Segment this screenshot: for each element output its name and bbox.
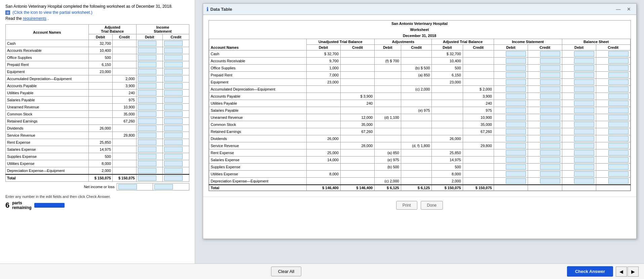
modal-inc-credit-input[interactable] [540, 86, 560, 92]
modal-inc-debit-input[interactable] [506, 136, 526, 141]
inc-debit-input[interactable] [138, 62, 156, 67]
modal-bal-debit-input[interactable] [574, 164, 594, 170]
inc-credit-input[interactable] [164, 41, 183, 46]
modal-bal-credit-input[interactable] [608, 136, 629, 141]
modal-inc-credit-input[interactable] [540, 108, 560, 113]
modal-inc-debit-input[interactable] [506, 129, 526, 134]
modal-inc-credit-input[interactable] [540, 171, 560, 177]
modal-inc-credit-input[interactable] [540, 94, 560, 99]
modal-inc-credit-input[interactable] [540, 143, 560, 148]
modal-inc-debit-input[interactable] [506, 94, 526, 99]
modal-bal-credit-input[interactable] [608, 143, 629, 148]
inc-debit-input[interactable] [138, 76, 156, 81]
modal-bal-credit-input[interactable] [608, 178, 629, 184]
modal-bal-credit-input[interactable] [608, 129, 629, 134]
modal-bal-credit-input[interactable] [608, 171, 629, 177]
inc-debit-input[interactable] [138, 97, 156, 103]
modal-bal-debit-input[interactable] [574, 101, 594, 106]
modal-inc-debit-input[interactable] [506, 65, 526, 71]
modal-inc-credit-input[interactable] [540, 101, 560, 106]
modal-inc-debit-input[interactable] [506, 72, 526, 78]
inc-credit-input[interactable] [164, 111, 183, 117]
modal-inc-credit-input[interactable] [540, 136, 560, 141]
modal-inc-debit-input[interactable] [506, 115, 526, 120]
modal-bal-debit-input[interactable] [574, 58, 594, 64]
modal-inc-debit-input[interactable] [506, 86, 526, 92]
modal-bal-debit-input[interactable] [574, 171, 594, 177]
modal-bal-credit-input[interactable] [608, 164, 629, 170]
modal-inc-debit-input[interactable] [506, 122, 526, 127]
modal-inc-debit-input[interactable] [506, 101, 526, 106]
close-button[interactable]: ✕ [625, 6, 633, 12]
modal-inc-credit-input[interactable] [540, 150, 560, 155]
modal-inc-credit-input[interactable] [540, 164, 560, 170]
inc-debit-input[interactable] [138, 140, 156, 145]
inc-debit-input[interactable] [138, 154, 156, 159]
inc-credit-input[interactable] [164, 140, 183, 145]
modal-inc-debit-input[interactable] [506, 51, 526, 57]
modal-inc-credit-input[interactable] [540, 65, 560, 71]
inc-credit-input[interactable] [164, 133, 183, 138]
prev-arrow-button[interactable]: ◀ [616, 267, 627, 277]
net-income-debit-input[interactable] [118, 184, 137, 189]
inc-credit-input[interactable] [164, 83, 183, 89]
modal-inc-debit-input[interactable] [506, 171, 526, 177]
modal-bal-debit-input[interactable] [574, 108, 594, 113]
modal-inc-credit-input[interactable] [540, 72, 560, 78]
inc-credit-input[interactable] [164, 48, 183, 53]
inc-credit-input[interactable] [164, 126, 183, 131]
modal-bal-credit-input[interactable] [608, 51, 629, 57]
modal-bal-credit-input[interactable] [608, 79, 629, 85]
worksheet-icon[interactable]: ⊞ [5, 10, 10, 15]
modal-bal-credit-input[interactable] [608, 150, 629, 155]
clear-all-button[interactable]: Clear All [271, 267, 301, 276]
modal-inc-debit-input[interactable] [506, 143, 526, 148]
inc-debit-input[interactable] [138, 126, 156, 131]
modal-inc-credit-input[interactable] [540, 157, 560, 163]
inc-credit-input[interactable] [164, 55, 183, 60]
modal-bal-debit-input[interactable] [574, 65, 594, 71]
done-button[interactable]: Done [421, 201, 443, 210]
modal-bal-credit-input[interactable] [608, 157, 629, 163]
inc-credit-input[interactable] [164, 147, 183, 152]
inc-debit-input[interactable] [138, 118, 156, 124]
minimize-button[interactable]: — [614, 6, 623, 12]
modal-inc-credit-input[interactable] [540, 58, 560, 64]
modal-inc-credit-input[interactable] [540, 79, 560, 85]
inc-credit-input[interactable] [164, 161, 183, 166]
print-button[interactable]: Print [396, 201, 417, 210]
inc-debit-input[interactable] [138, 55, 156, 60]
next-arrow-button[interactable]: ▶ [628, 267, 639, 277]
modal-bal-credit-input[interactable] [608, 72, 629, 78]
inc-credit-input[interactable] [164, 69, 183, 74]
inc-debit-input[interactable] [138, 83, 156, 89]
modal-bal-debit-input[interactable] [574, 136, 594, 141]
modal-bal-debit-input[interactable] [574, 51, 594, 57]
click-worksheet-link[interactable]: (Click the icon to view the partial work… [12, 10, 92, 15]
modal-bal-debit-input[interactable] [574, 143, 594, 148]
inc-credit-input[interactable] [164, 168, 183, 173]
inc-debit-input[interactable] [138, 48, 156, 53]
modal-inc-credit-input[interactable] [540, 178, 560, 184]
modal-bal-credit-input[interactable] [608, 108, 629, 113]
total-inc-credit-input[interactable] [164, 175, 183, 181]
modal-bal-debit-input[interactable] [574, 178, 594, 184]
modal-bal-debit-input[interactable] [574, 122, 594, 127]
inc-credit-input[interactable] [164, 154, 183, 159]
modal-bal-debit-input[interactable] [574, 79, 594, 85]
modal-bal-credit-input[interactable] [608, 101, 629, 106]
modal-bal-credit-input[interactable] [608, 58, 629, 64]
modal-bal-credit-input[interactable] [608, 86, 629, 92]
net-income-credit-input[interactable] [154, 184, 173, 189]
inc-credit-input[interactable] [164, 62, 183, 67]
modal-bal-credit-input[interactable] [608, 65, 629, 71]
check-answer-button[interactable]: Check Answer [567, 266, 613, 277]
inc-debit-input[interactable] [138, 147, 156, 152]
total-inc-debit-input[interactable] [138, 175, 156, 181]
modal-inc-credit-input[interactable] [540, 129, 560, 134]
modal-bal-credit-input[interactable] [608, 122, 629, 127]
inc-debit-input[interactable] [138, 111, 156, 117]
inc-debit-input[interactable] [138, 168, 156, 173]
inc-debit-input[interactable] [138, 104, 156, 110]
modal-inc-debit-input[interactable] [506, 150, 526, 155]
